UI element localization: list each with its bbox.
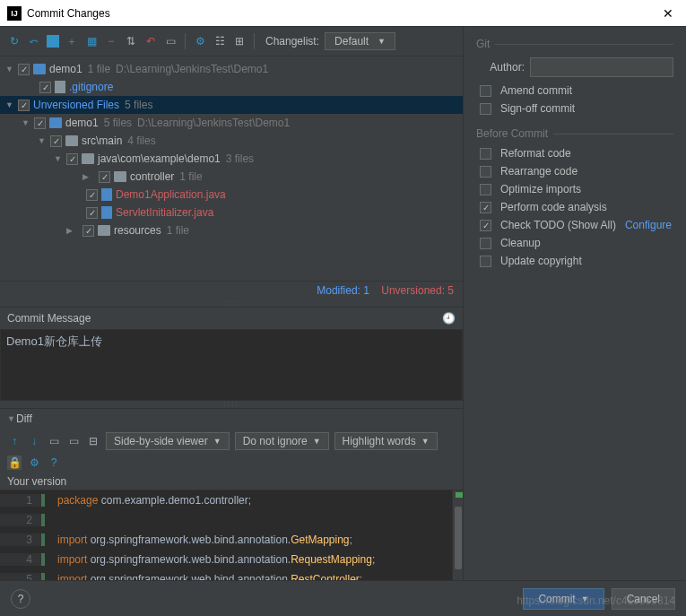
commit-button[interactable]: Commit▼ [523, 588, 604, 610]
checkbox[interactable] [480, 220, 491, 231]
tree-node-srcmain[interactable]: src\main 4 files [0, 132, 463, 150]
changelist-dropdown[interactable]: Default▼ [325, 32, 395, 50]
status-line: Modified: 1 Unversioned: 5 [0, 281, 463, 299]
checkbox[interactable] [480, 184, 491, 195]
modified-count: Modified: 1 [317, 284, 369, 297]
next-diff-icon[interactable]: ↓ [27, 434, 41, 448]
expand-arrow-icon[interactable] [70, 163, 95, 190]
settings-icon[interactable]: ⚙ [193, 34, 207, 48]
unversioned-count: Unversioned: 5 [381, 284, 454, 297]
expand-arrow-icon[interactable] [54, 217, 79, 244]
checkbox[interactable] [480, 166, 491, 178]
changes-toolbar: ↻ ⤺ ＋ ▦ − ⇅ ↶ ▭ ⚙ ☷ ⊞ Changelist: Defaul… [0, 27, 463, 56]
tree-node-demo1-unv[interactable]: demo1 5 files D:\Learning\JenkinsTest\De… [0, 114, 463, 132]
group-icon[interactable]: ☷ [213, 34, 227, 48]
tree-node-demo1[interactable]: demo1 1 file D:\Learning\JenkinsTest\Dem… [0, 60, 463, 78]
checkbox[interactable] [86, 207, 98, 219]
move-icon[interactable]: ⇅ [124, 34, 138, 48]
copyright-row[interactable]: Update copyright [476, 255, 673, 267]
author-label: Author: [476, 61, 525, 74]
checkbox[interactable] [480, 103, 491, 115]
checkbox[interactable] [34, 117, 46, 129]
signoff-row[interactable]: Sign-off commit [476, 102, 673, 115]
diff-icon[interactable] [47, 35, 59, 48]
options-panel: Git Author: Amend commit Sign-off commit… [464, 27, 686, 589]
reformat-row[interactable]: Reformat code [476, 147, 673, 160]
shelve-icon[interactable]: ▭ [163, 34, 178, 48]
module-icon [33, 64, 46, 74]
help-button[interactable]: ? [11, 589, 30, 609]
checkbox[interactable] [82, 225, 94, 237]
checkbox[interactable] [18, 100, 30, 111]
folder-icon [114, 171, 126, 182]
commit-message-label: Commit Message [7, 312, 91, 325]
git-section-label: Git [476, 38, 673, 50]
expand-arrow-icon[interactable] [22, 118, 30, 127]
titlebar: IJ Commit Changes ✕ [0, 0, 686, 27]
collapse-icon[interactable]: ⊟ [86, 434, 100, 448]
add-icon[interactable]: ＋ [65, 34, 79, 48]
rearrange-row[interactable]: Rearrange code [476, 165, 673, 178]
before-commit-label: Before Commit [476, 127, 673, 140]
todo-row[interactable]: Check TODO (Show All)Configure [476, 219, 673, 231]
remove-icon[interactable]: − [104, 34, 118, 48]
revert-icon[interactable]: ⤺ [27, 34, 41, 48]
lock-icon[interactable]: 🔒 [7, 455, 22, 470]
cleanup-row[interactable]: Cleanup [476, 237, 673, 249]
resize-grip[interactable]: :::: [0, 401, 463, 408]
code-scrollbar[interactable] [452, 490, 463, 589]
close-icon[interactable]: ✕ [657, 6, 679, 21]
history-icon[interactable]: 🕘 [441, 311, 456, 325]
gear-icon[interactable]: ⚙ [27, 455, 41, 470]
jump-icon[interactable]: ▭ [66, 434, 81, 448]
file-icon [55, 81, 65, 93]
checkbox[interactable] [50, 135, 62, 147]
java-icon [101, 206, 112, 219]
changelist-icon[interactable]: ▦ [84, 34, 99, 48]
marker-icon [456, 492, 463, 498]
checkbox[interactable] [18, 64, 30, 75]
prev-diff-icon[interactable]: ↑ [7, 434, 22, 448]
checkbox[interactable] [480, 202, 491, 213]
tree-node-controller[interactable]: controller 1 file [0, 168, 463, 186]
checkbox[interactable] [480, 238, 491, 249]
module-icon [49, 117, 62, 128]
expand-arrow-icon[interactable] [5, 65, 14, 74]
checkbox[interactable] [480, 256, 491, 267]
checkbox[interactable] [39, 82, 51, 93]
optimize-row[interactable]: Optimize imports [476, 183, 673, 195]
compare-icon[interactable]: ▭ [47, 434, 61, 448]
tree-node-gitignore[interactable]: .gitignore [0, 78, 463, 96]
ignore-dropdown[interactable]: Do not ignore▼ [235, 432, 329, 450]
checkbox[interactable] [480, 148, 491, 160]
resize-grip[interactable]: :::: [0, 299, 463, 307]
expand-arrow-icon[interactable] [54, 154, 63, 163]
viewer-dropdown[interactable]: Side-by-side viewer▼ [106, 432, 230, 450]
amend-row[interactable]: Amend commit [476, 84, 673, 97]
dialog-buttons: ? Commit▼ Cancel [0, 580, 686, 616]
expand-arrow-icon[interactable] [7, 414, 16, 423]
code-viewer[interactable]: 1package com.example.demo1.controller; 2… [0, 490, 463, 589]
checkbox[interactable] [480, 85, 491, 97]
expand-arrow-icon[interactable] [38, 136, 47, 145]
highlight-dropdown[interactable]: Highlight words▼ [334, 432, 438, 450]
help-icon[interactable]: ? [47, 455, 61, 470]
rollback-icon[interactable]: ↶ [143, 34, 158, 48]
expand-arrow-icon[interactable] [5, 100, 14, 109]
changes-tree[interactable]: demo1 1 file D:\Learning\JenkinsTest\Dem… [0, 56, 463, 281]
analysis-row[interactable]: Perform code analysis [476, 201, 673, 213]
refresh-icon[interactable]: ↻ [7, 34, 22, 48]
scroll-thumb[interactable] [455, 507, 462, 569]
tree-node-unversioned[interactable]: Unversioned Files 5 files [0, 96, 463, 114]
author-input[interactable] [530, 57, 673, 77]
expand-icon[interactable]: ⊞ [232, 34, 247, 48]
tree-node-resources[interactable]: resources 1 file [0, 221, 463, 239]
window-title: Commit Changes [27, 7, 657, 20]
configure-link[interactable]: Configure [625, 219, 672, 231]
java-icon [101, 188, 112, 201]
diff-header[interactable]: Diff [0, 408, 463, 429]
cancel-button[interactable]: Cancel [612, 588, 675, 610]
checkbox[interactable] [99, 171, 110, 183]
checkbox[interactable] [86, 189, 98, 201]
commit-message-input[interactable] [0, 329, 463, 401]
